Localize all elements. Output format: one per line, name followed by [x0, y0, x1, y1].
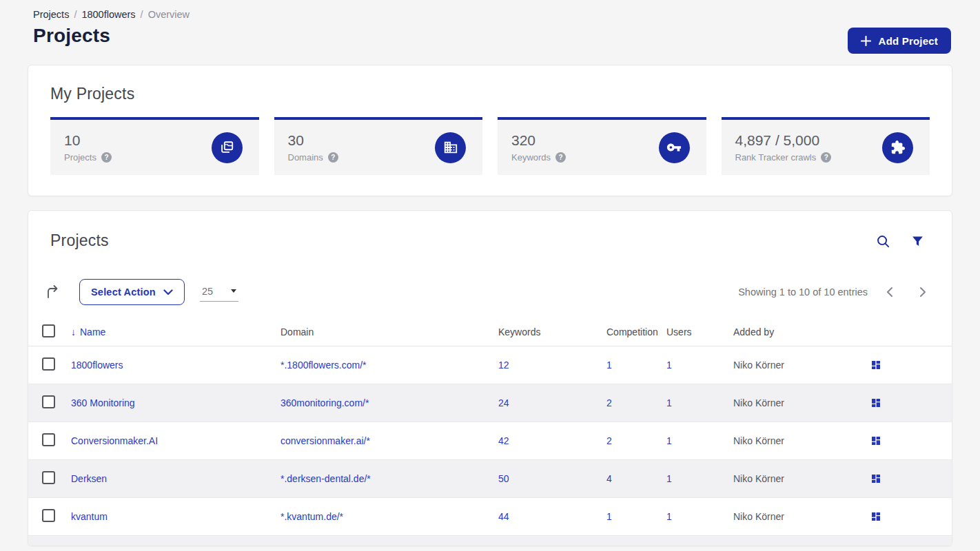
top-bar: Projects/1800flowers/Overview Projects [0, 0, 980, 47]
table-row: 360 Monitoring 360monitoring.com/* 24 2 … [28, 384, 952, 422]
project-competition-value[interactable]: 4 [606, 473, 612, 484]
project-domain-link[interactable]: 360monitoring.com/* [280, 397, 369, 408]
add-project-label: Add Project [879, 35, 938, 47]
row-checkbox[interactable] [42, 433, 55, 446]
project-name-link[interactable]: 1800flowers [71, 360, 123, 371]
dashboard-icon [870, 473, 881, 484]
sort-descending-icon: ↓ [71, 326, 76, 337]
project-keywords-value[interactable]: 42 [498, 435, 509, 446]
export-button[interactable] [45, 284, 61, 300]
stat-value: 320 [511, 132, 566, 149]
chevron-right-icon [919, 287, 927, 298]
stat-value: 30 [288, 132, 338, 149]
project-keywords-value[interactable]: 50 [498, 473, 509, 484]
help-icon[interactable]: ? [101, 152, 112, 163]
showing-entries-text: Showing 1 to 10 of 10 entries [738, 287, 868, 298]
page-size-value: 25 [202, 286, 213, 297]
row-checkbox[interactable] [42, 509, 55, 522]
column-header-label: Name [80, 326, 105, 337]
dashboard-icon [870, 397, 881, 408]
project-domain-link[interactable]: *.1800flowers.com/* [280, 360, 367, 371]
stats-row: 10 Projects ? 30 Domains ? [50, 117, 930, 175]
column-header-name[interactable]: ↓ Name [71, 326, 280, 337]
help-icon[interactable]: ? [555, 152, 566, 163]
prev-page-button[interactable] [886, 287, 893, 298]
project-keywords-value[interactable]: 24 [498, 397, 509, 408]
stacked-folders-icon [212, 132, 243, 163]
table-row: Conversionmaker.AI conversionmaker.ai/* … [28, 422, 952, 460]
redirect-arrow-icon [45, 284, 61, 300]
project-name-link[interactable]: Conversionmaker.AI [71, 435, 158, 446]
select-arrow-icon [231, 289, 236, 293]
breadcrumb-projects[interactable]: Projects [33, 9, 69, 20]
project-dashboard-button[interactable] [870, 360, 881, 371]
projects-table-card: Projects [28, 210, 952, 546]
project-dashboard-button[interactable] [870, 397, 881, 408]
project-users-value[interactable]: 1 [666, 360, 672, 371]
select-action-dropdown[interactable]: Select Action [79, 279, 185, 305]
table-row: 1800flowers *.1800flowers.com/* 12 1 1 N… [28, 346, 952, 384]
project-users-value[interactable]: 1 [666, 397, 672, 408]
project-competition-value[interactable]: 1 [606, 511, 612, 522]
breadcrumb-overview: Overview [148, 9, 190, 20]
table-row: kvantum *.kvantum.de/* 44 1 1 Niko Körne… [28, 498, 952, 536]
project-users-value[interactable]: 1 [666, 511, 672, 522]
table-header-row: ↓ Name Domain Keywords Competition Users… [28, 318, 952, 346]
project-domain-link[interactable]: *.kvantum.de/* [280, 511, 343, 522]
dashboard-icon [870, 435, 881, 446]
project-name-link[interactable]: 360 Monitoring [71, 397, 135, 408]
stat-value: 4,897 / 5,000 [735, 132, 832, 149]
project-dashboard-button[interactable] [870, 473, 881, 484]
column-header-competition: Competition [606, 326, 666, 337]
project-domain-link[interactable]: conversionmaker.ai/* [280, 435, 370, 446]
my-projects-title: My Projects [50, 85, 930, 103]
pagination [886, 287, 927, 298]
select-action-label: Select Action [91, 287, 156, 298]
column-header-added-by: Added by [733, 326, 870, 337]
help-icon[interactable]: ? [328, 152, 338, 163]
row-checkbox[interactable] [42, 395, 55, 408]
project-domain-link[interactable]: *.derksen-dental.de/* [280, 473, 371, 484]
table-toolbar: Select Action 25 Showing 1 to 10 of 10 e… [28, 279, 952, 305]
project-keywords-value[interactable]: 44 [498, 511, 509, 522]
help-icon[interactable]: ? [821, 152, 831, 163]
project-competition-value[interactable]: 2 [606, 397, 612, 408]
project-keywords-value[interactable]: 12 [498, 360, 509, 371]
stat-label: Rank Tracker crawls [735, 152, 817, 163]
stat-tile-projects: 10 Projects ? [50, 117, 259, 175]
project-added-by: Niko Körner [733, 397, 870, 408]
project-name-link[interactable]: Derksen [71, 473, 107, 484]
add-project-button[interactable]: Add Project [848, 28, 951, 54]
row-checkbox[interactable] [42, 357, 55, 371]
project-dashboard-button[interactable] [870, 435, 881, 446]
breadcrumb-separator: / [74, 9, 76, 20]
project-competition-value[interactable]: 2 [606, 435, 612, 446]
my-projects-card: My Projects 10 Projects ? 30 [28, 65, 952, 196]
project-competition-value[interactable]: 1 [606, 360, 612, 371]
dashboard-icon [870, 511, 881, 522]
chevron-left-icon [886, 287, 893, 298]
project-users-value[interactable]: 1 [666, 473, 672, 484]
page-size-select[interactable]: 25 [200, 283, 238, 302]
puzzle-icon [882, 132, 913, 163]
next-page-button[interactable] [919, 287, 927, 298]
search-button[interactable] [876, 234, 890, 249]
project-added-by: Niko Körner [733, 473, 870, 484]
project-dashboard-button[interactable] [870, 511, 881, 522]
stat-tile-crawls: 4,897 / 5,000 Rank Tracker crawls ? [722, 117, 930, 175]
project-name-link[interactable]: kvantum [71, 511, 108, 522]
project-users-value[interactable]: 1 [666, 435, 672, 446]
stat-label: Keywords [511, 152, 551, 163]
table-row-partial [28, 536, 952, 546]
table-row: Derksen *.derksen-dental.de/* 50 4 1 Nik… [28, 460, 952, 498]
table-body: 1800flowers *.1800flowers.com/* 12 1 1 N… [28, 346, 952, 536]
column-header-domain: Domain [280, 326, 498, 337]
stat-value: 10 [64, 132, 112, 149]
funnel-icon [911, 235, 924, 248]
select-all-checkbox[interactable] [42, 324, 55, 337]
row-checkbox[interactable] [42, 471, 55, 484]
breadcrumb-project[interactable]: 1800flowers [81, 9, 135, 20]
filter-button[interactable] [911, 234, 924, 249]
chevron-down-icon [163, 289, 173, 295]
column-header-users: Users [666, 326, 733, 337]
